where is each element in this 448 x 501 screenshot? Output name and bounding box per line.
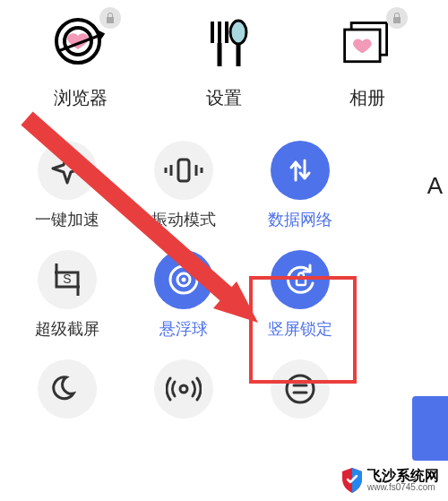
qs-boost[interactable]: 一键加速 (9, 141, 125, 230)
watermark: 飞沙系统网 www.fs0745.com (337, 465, 443, 496)
qs-row: S 超级截屏 悬浮球 竖屏锁定 (9, 245, 439, 354)
app-label: 相册 (349, 86, 385, 110)
qs-row (9, 354, 439, 433)
photo-stack-icon (340, 16, 395, 72)
moon-icon (38, 359, 97, 419)
svg-rect-11 (178, 160, 189, 181)
lines-icon (271, 359, 330, 419)
text-size-indicator[interactable]: A (427, 172, 443, 200)
hotspot-icon (154, 359, 213, 419)
qs-vibrate[interactable]: 振动模式 (125, 141, 242, 230)
quick-settings-grid: 一键加速 振动模式 数据网络 S 超级截屏 悬浮球 (0, 119, 448, 433)
svg-point-19 (182, 278, 186, 282)
qs-portrait-lock[interactable]: 竖屏锁定 (242, 250, 358, 340)
crop-s-icon: S (38, 250, 97, 309)
app-browser[interactable]: 浏览器 (31, 16, 130, 110)
lock-icon (99, 7, 121, 29)
vibrate-icon (154, 141, 213, 200)
app-label: 设置 (206, 86, 242, 110)
qs-more[interactable] (242, 359, 358, 419)
qs-label: 一键加速 (35, 209, 99, 230)
qs-label: 振动模式 (151, 209, 216, 230)
side-handle[interactable] (412, 396, 448, 461)
watermark-sub: www.fs0745.com (367, 483, 439, 492)
svg-point-21 (180, 385, 187, 393)
cutlery-icon (196, 16, 252, 72)
qs-night-mode[interactable] (9, 359, 125, 419)
orientation-lock-icon (271, 250, 330, 309)
qs-super-screenshot[interactable]: S 超级截屏 (9, 250, 125, 340)
qs-label: 超级截屏 (35, 318, 99, 340)
svg-rect-20 (297, 278, 306, 285)
target-heart-icon (53, 16, 108, 72)
watermark-title: 飞沙系统网 (367, 469, 439, 484)
app-row: 浏览器 设置 相册 (0, 0, 448, 119)
app-settings[interactable]: 设置 (175, 16, 273, 110)
svg-point-22 (287, 376, 314, 402)
sparkle-icon (38, 141, 97, 200)
target-ring-icon (154, 250, 213, 309)
shield-icon (340, 467, 364, 494)
qs-hotspot[interactable] (125, 359, 242, 419)
qs-label: 数据网络 (268, 209, 332, 230)
qs-floating-ball[interactable]: 悬浮球 (125, 250, 242, 340)
data-arrows-icon (271, 141, 330, 200)
app-label: 浏览器 (54, 86, 108, 110)
svg-text:S: S (63, 272, 71, 286)
app-gallery[interactable]: 相册 (318, 16, 417, 110)
qs-data[interactable]: 数据网络 (242, 141, 358, 230)
lock-icon (386, 7, 408, 29)
qs-label: 悬浮球 (159, 318, 208, 340)
svg-point-7 (230, 21, 246, 44)
qs-label: 竖屏锁定 (268, 318, 332, 340)
qs-row: 一键加速 振动模式 数据网络 (9, 135, 439, 245)
